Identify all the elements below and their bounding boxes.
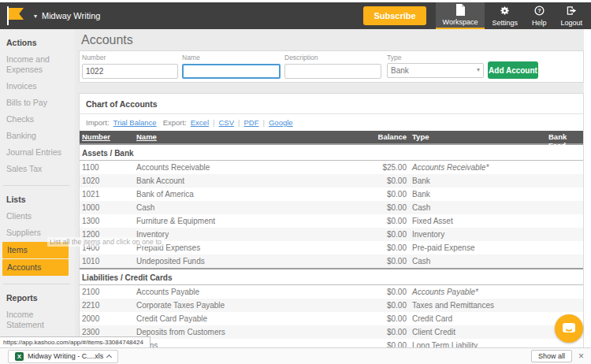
flag-icon [9,8,24,20]
subscribe-button[interactable]: Subscribe [363,6,426,25]
name-input[interactable] [182,64,281,79]
topbar-nav-workspace[interactable]: Workspace [436,2,485,29]
sidebar-hover-tooltip: List all the items and click on one to [47,237,164,247]
description-label: Description [284,54,381,61]
sidebar-item-banking[interactable]: Banking [0,128,75,144]
sidebar-item-sales-tax[interactable]: Sales Tax [0,161,75,177]
show-all-downloads-button[interactable]: Show all [531,350,572,362]
topbar-nav-settings[interactable]: Settings [485,2,525,29]
account-number: 1010 [82,254,132,268]
sidebar-item-bills-to-pay[interactable]: Bills to Pay [0,95,75,111]
account-balance: $0.00 [340,254,407,268]
topbar-nav-label: Logout [560,19,582,27]
status-bar-url: https://app.kashoo.com/app/#/items-33084… [0,336,151,348]
export-link-excel[interactable]: Excel [191,118,209,127]
account-name[interactable]: Bank of America [136,188,194,201]
account-name[interactable]: Undeposited Funds [136,254,205,268]
account-balance: $0.00 [340,299,407,312]
export-label: Export: [163,118,187,127]
account-name[interactable]: Accounts Receivable [136,161,210,174]
download-bar-right: Show all × [531,350,591,362]
right-margin [584,29,591,347]
account-name[interactable]: Cash [136,201,154,214]
account-name[interactable]: Credit Card Payable [136,312,207,325]
account-type: Bank [412,188,545,201]
account-row-2300[interactable]: 2300Deposits from Customers$0.00Client C… [80,325,583,339]
account-type: Cash [412,201,545,214]
topbar-nav-logout[interactable]: Logout [553,2,589,29]
chat-bubble-icon [562,322,576,335]
type-label: Type [387,54,484,61]
column-header-bank-feed: Bank Feed [548,132,583,150]
account-name[interactable]: Furniture & Equipment [136,214,215,228]
number-input[interactable] [82,64,178,79]
account-number: 1020 [82,174,132,188]
company-selector[interactable]: ▾ Midway Writing [34,11,100,20]
downloaded-file-chip[interactable]: X Midway Writing - C....xls [8,350,118,363]
sidebar-section-reports: Reports [0,290,75,306]
sidebar-item-income-statement[interactable]: Income Statement [0,306,75,333]
account-balance: $0.00 [340,188,407,201]
account-type: Accounts Payable* [412,285,545,299]
workspace-icon [455,4,465,16]
description-input[interactable] [284,64,381,79]
sidebar-item-income-and-expenses[interactable]: Income and Expenses [0,51,75,78]
account-row-1020[interactable]: 1020Bank Account$0.00Bank [80,174,583,188]
account-balance: $0.00 [340,312,407,325]
add-account-button[interactable]: Add Account [488,61,538,79]
export-link-csv[interactable]: CSV [218,118,234,127]
kashoo-flag-logo-icon[interactable] [7,6,24,25]
accounts-table-body: Assets / Bank1100Accounts Receivable$25.… [80,143,583,352]
account-row-1100[interactable]: 1100Accounts Receivable$25.00Accounts Re… [80,161,583,174]
table-group-liabilities-credit-cards: Liabilities / Credit Cards [80,268,583,285]
link-separator: | [262,118,264,127]
import-export-links: Import:Trial BalanceExport:Excel|CSV|PDF… [80,114,583,131]
close-download-bar-icon[interactable]: × [578,351,584,361]
excel-icon: X [15,352,24,361]
type-select[interactable]: Bank ▾ [387,63,484,78]
import-link-trial-balance[interactable]: Trial Balance [113,118,157,127]
account-row-1010[interactable]: 1010Undeposited Funds$0.00Cash [80,254,583,268]
export-link-google[interactable]: Google [269,118,293,127]
sidebar-divider [3,284,70,284]
account-row-2100[interactable]: 2100Accounts Payable$0.00Accounts Payabl… [80,285,583,299]
account-number: 2210 [82,299,132,312]
sidebar-item-invoices[interactable]: Invoices [0,78,75,95]
account-number: 1100 [82,161,132,174]
chat-bubble-button[interactable] [555,314,583,343]
account-row-2210[interactable]: 2210Corporate Taxes Payable$0.00Taxes an… [80,299,583,312]
account-name[interactable]: Corporate Taxes Payable [136,299,225,312]
export-link-pdf[interactable]: PDF [243,118,258,127]
account-row-1300[interactable]: 1300Furniture & Equipment$0.00Fixed Asse… [80,214,583,228]
sidebar-item-journal-entries[interactable]: Journal Entries [0,144,75,161]
account-row-1000[interactable]: 1000Cash$0.00Cash [80,201,583,214]
sidebar-item-checks[interactable]: Checks [0,111,75,128]
column-header-number[interactable]: Number [82,132,132,141]
settings-gear-icon [500,5,510,17]
sidebar-item-clients[interactable]: Clients [0,208,75,225]
sidebar-section-lists: Lists [0,191,75,208]
chevron-up-icon[interactable] [106,355,112,360]
topbar: ▾ Midway Writing Subscribe WorkspaceSett… [0,2,591,29]
help-icon: ? [534,5,545,17]
account-row-2000[interactable]: 2000Credit Card Payable$0.00Credit Card [80,312,583,325]
page-title: Accounts [81,33,133,47]
sidebar-section-actions: Actions [0,35,75,51]
sidebar: ActionsIncome and ExpensesInvoicesBills … [0,29,75,347]
account-balance: $0.00 [340,214,407,228]
account-balance: $0.00 [340,174,407,188]
account-name[interactable]: Accounts Payable [136,285,199,299]
column-header-name[interactable]: Name [136,132,157,141]
dropdown-arrow-icon: ▾ [477,66,480,75]
account-name[interactable]: Bank Account [136,174,184,188]
account-type: Bank [412,174,545,188]
account-type: Client Credit [412,325,545,339]
main-content: Accounts Number Name Description Type Ba… [75,29,584,347]
account-row-1021[interactable]: 1021Bank of America$0.00Bank [80,188,583,201]
company-name: Midway Writing [42,11,100,20]
column-header-balance: Balance [340,132,407,141]
topbar-nav-help[interactable]: ?Help [525,2,554,29]
topbar-nav-label: Help [532,19,547,27]
sidebar-item-accounts[interactable]: Accounts [2,259,69,276]
link-separator: | [213,118,214,127]
